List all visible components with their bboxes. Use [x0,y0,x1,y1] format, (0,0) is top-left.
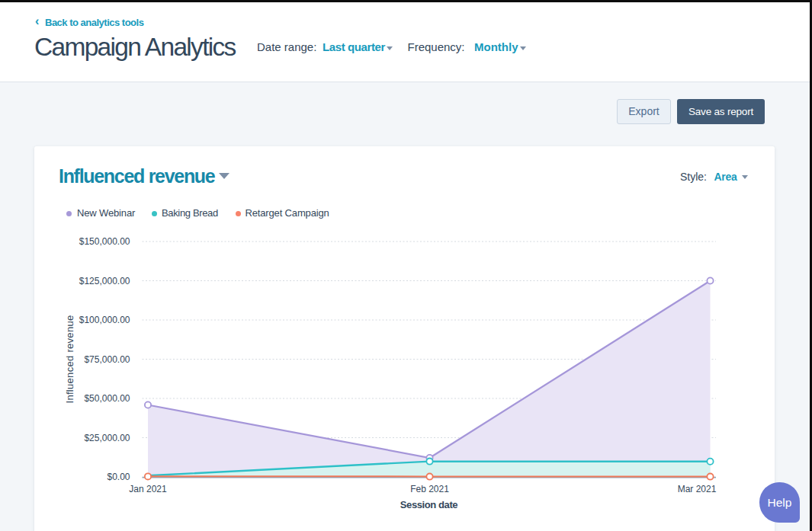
svg-text:$25,000.00: $25,000.00 [84,433,130,443]
svg-text:Mar 2021: Mar 2021 [678,484,717,494]
svg-text:$100,000.00: $100,000.00 [79,315,130,325]
svg-text:Jan 2021: Jan 2021 [129,484,167,494]
svg-text:$75,000.00: $75,000.00 [84,354,130,365]
svg-text:Feb 2021: Feb 2021 [410,484,449,494]
svg-text:Session date: Session date [400,499,458,510]
svg-text:$150,000.00: $150,000.00 [79,236,130,247]
svg-text:$125,000.00: $125,000.00 [79,276,130,286]
svg-text:$50,000.00: $50,000.00 [84,393,130,404]
svg-text:Influenced revenue: Influenced revenue [64,315,75,404]
svg-text:$0.00: $0.00 [107,472,130,482]
